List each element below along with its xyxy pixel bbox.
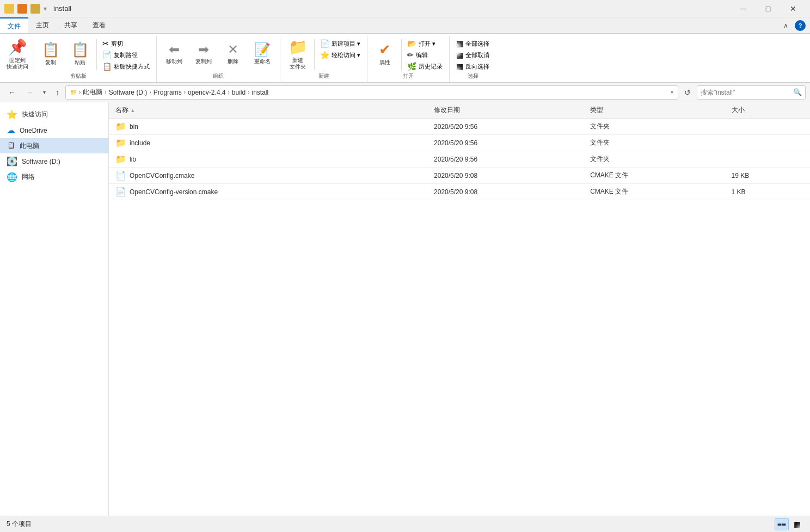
btn-cut[interactable]: ✂ 剪切	[99, 38, 153, 49]
search-box[interactable]: 🔍	[697, 85, 806, 100]
select-actions: ▦ 全部选择 ▦ 全部取消 ▦ 反向选择	[453, 36, 493, 72]
tab-home[interactable]: 主页	[28, 17, 57, 33]
minimize-button[interactable]: ─	[731, 0, 756, 17]
search-input[interactable]	[701, 89, 793, 96]
title-icon-2	[17, 4, 27, 14]
title-icon-1	[4, 4, 14, 14]
select-none-label: 全部取消	[465, 51, 489, 59]
table-row[interactable]: 📁 bin 2020/5/20 9:56 文件夹	[109, 119, 810, 135]
breadcrumb-software-d[interactable]: Software (D:)	[109, 89, 148, 96]
btn-new-folder[interactable]: 📁 新建文件夹	[284, 37, 312, 71]
btn-select-all[interactable]: ▦ 全部选择	[453, 38, 493, 49]
breadcrumb-this-pc[interactable]: 此电脑	[83, 88, 102, 97]
btn-delete[interactable]: ✕ 删除	[219, 37, 247, 70]
window-controls: ─ □ ✕	[731, 0, 806, 17]
back-button[interactable]: ←	[4, 86, 20, 99]
easy-access-icon: ⭐	[320, 51, 329, 59]
btn-paste-large[interactable]: 📋 粘贴	[66, 37, 94, 70]
btn-copy-large[interactable]: 📋 复制	[36, 37, 65, 70]
file-doc-icon: 📄	[115, 170, 126, 181]
cell-name: 📁 bin	[109, 119, 427, 135]
invert-label: 反向选择	[465, 63, 489, 71]
btn-move-to[interactable]: ⬅ 移动到	[160, 37, 188, 70]
title-dropdown[interactable]: ▾	[44, 5, 47, 13]
col-name[interactable]: 名称 ▲	[109, 102, 427, 119]
breadcrumb-install[interactable]: install	[252, 89, 269, 96]
search-icon[interactable]: 🔍	[793, 88, 802, 96]
folder-icon: 📁	[115, 154, 126, 164]
refresh-button[interactable]: ↺	[680, 86, 695, 99]
status-bar: 5 个项目 ≡≡ ▦	[0, 516, 810, 532]
col-type[interactable]: 类型	[584, 102, 725, 119]
breadcrumb-sep-1: ›	[105, 89, 106, 95]
open-small-btns: 📂 打开 ▾ ✏ 编辑 🌿 历史记录	[404, 37, 446, 72]
details-view-btn[interactable]: ≡≡	[775, 518, 789, 530]
pin-label: 固定到快速访问	[7, 57, 28, 70]
cell-size	[725, 151, 810, 168]
col-date[interactable]: 修改日期	[427, 102, 584, 119]
recent-locations-button[interactable]: ▾	[39, 87, 50, 97]
sidebar-item-software-d[interactable]: 💽 Software (D:)	[0, 153, 108, 169]
clipboard-label: 剪贴板	[70, 72, 87, 82]
btn-pin[interactable]: 📌 固定到快速访问	[3, 37, 32, 71]
btn-properties[interactable]: ✔ 属性	[371, 37, 399, 70]
software-d-label: Software (D:)	[22, 158, 60, 165]
ribbon-collapse-btn[interactable]: ∧	[781, 21, 790, 30]
file-area: 名称 ▲ 修改日期 类型 大小 📁 bin 2020/5/20 9:56 文件夹	[109, 102, 810, 516]
sidebar-item-quick-access[interactable]: ⭐ 快速访问	[0, 107, 108, 122]
edit-label: 编辑	[416, 51, 428, 59]
breadcrumb-build[interactable]: build	[232, 89, 246, 96]
address-path[interactable]: 📁 › 此电脑 › Software (D:) › Programs › ope…	[65, 85, 678, 100]
ribbon-group-new: 📁 新建文件夹 📄 新建项目 ▾ ⭐ 轻松访问 ▾ 新建	[280, 36, 367, 82]
btn-invert[interactable]: ▦ 反向选择	[453, 61, 493, 72]
btn-history[interactable]: 🌿 历史记录	[404, 61, 446, 72]
table-row[interactable]: 📁 lib 2020/5/20 9:56 文件夹	[109, 151, 810, 168]
cell-type: CMAKE 文件	[584, 184, 725, 200]
btn-edit[interactable]: ✏ 编辑	[404, 50, 446, 60]
open-label: 打开	[403, 72, 414, 82]
paste-shortcut-icon: 📋	[102, 62, 112, 71]
btn-new-item[interactable]: 📄 新建项目 ▾	[317, 38, 364, 49]
table-row[interactable]: 📄 OpenCVConfig-version.cmake 2020/5/20 9…	[109, 184, 810, 200]
btn-select-none[interactable]: ▦ 全部取消	[453, 50, 493, 60]
table-row[interactable]: 📄 OpenCVConfig.cmake 2020/5/20 9:08 CMAK…	[109, 168, 810, 184]
divider-4	[401, 39, 402, 70]
new-actions: 📁 新建文件夹 📄 新建项目 ▾ ⭐ 轻松访问 ▾	[284, 36, 364, 72]
select-btns: ▦ 全部选择 ▦ 全部取消 ▦ 反向选择	[453, 37, 493, 72]
close-button[interactable]: ✕	[781, 0, 806, 17]
onedrive-label: OneDrive	[20, 127, 47, 134]
table-row[interactable]: 📁 include 2020/5/20 9:56 文件夹	[109, 135, 810, 151]
col-size[interactable]: 大小	[725, 102, 810, 119]
btn-paste-shortcut[interactable]: 📋 粘贴快捷方式	[99, 61, 153, 72]
clipboard-actions: 📌 固定到快速访问 📋 复制 📋 粘贴 ✂ 剪切	[3, 36, 153, 72]
ribbon-tabs: 文件 主页 共享 查看 ∧ ?	[0, 17, 810, 34]
help-button[interactable]: ?	[795, 20, 806, 31]
new-label: 新建	[318, 72, 329, 82]
cell-date: 2020/5/20 9:56	[427, 119, 584, 135]
breadcrumb-programs[interactable]: Programs	[154, 89, 182, 96]
btn-copy-path[interactable]: 📄 复制路径	[99, 50, 153, 60]
path-expand-chevron[interactable]: ▾	[671, 89, 673, 95]
up-button[interactable]: ↑	[52, 86, 63, 99]
cell-size: 1 KB	[725, 184, 810, 200]
large-icon-view-btn[interactable]: ▦	[791, 518, 803, 530]
file-name: include	[130, 139, 150, 147]
btn-copy-to[interactable]: ➡ 复制到	[189, 37, 218, 70]
breadcrumb-opencv[interactable]: opencv-2.4.4	[188, 89, 225, 96]
sidebar-item-onedrive[interactable]: ☁ OneDrive	[0, 122, 108, 138]
select-all-icon: ▦	[456, 39, 463, 48]
maximize-button[interactable]: □	[756, 0, 781, 17]
breadcrumb-sep-5: ›	[248, 89, 249, 95]
divider-1	[34, 39, 34, 70]
tab-view[interactable]: 查看	[85, 17, 113, 33]
btn-easy-access[interactable]: ⭐ 轻松访问 ▾	[317, 50, 364, 60]
tab-share[interactable]: 共享	[57, 17, 85, 33]
btn-open[interactable]: 📂 打开 ▾	[404, 38, 446, 49]
file-name: OpenCVConfig.cmake	[130, 172, 194, 180]
btn-rename[interactable]: 📝 重命名	[248, 37, 277, 70]
tab-file[interactable]: 文件	[0, 17, 28, 33]
sidebar-item-this-pc[interactable]: 🖥 此电脑	[0, 138, 108, 153]
cell-type: CMAKE 文件	[584, 168, 725, 184]
forward-button[interactable]: →	[22, 86, 37, 99]
sidebar-item-network[interactable]: 🌐 网络	[0, 169, 108, 185]
